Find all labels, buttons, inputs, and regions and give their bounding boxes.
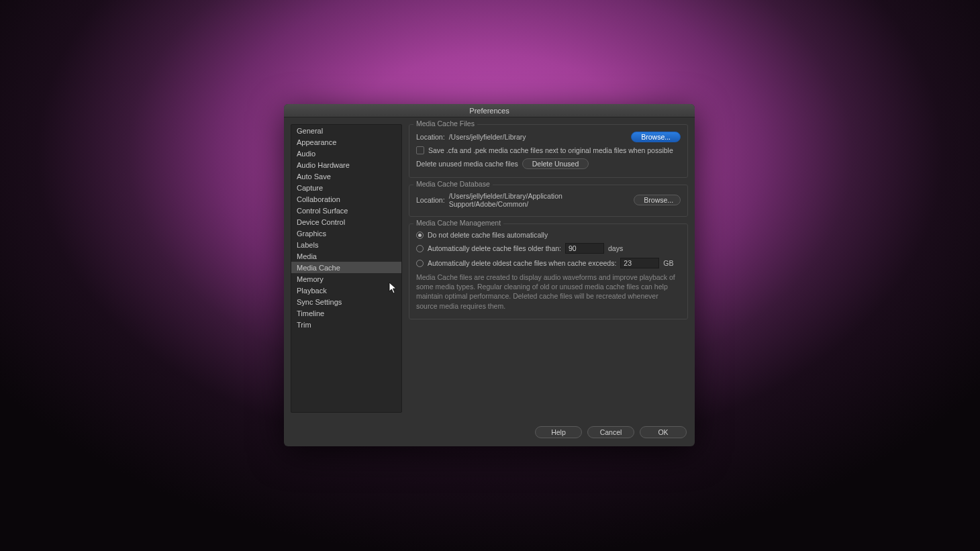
save-cfa-row: Save .cfa and .pek media cache files nex…: [416, 146, 681, 154]
delete-unused-button[interactable]: Delete Unused: [522, 158, 589, 169]
location-path: /Users/jellyfielder/Library: [449, 133, 526, 141]
dialog-title: Preferences: [284, 104, 695, 117]
unit-label: days: [608, 244, 623, 252]
mgmt-option-1: Do not delete cache files automatically: [416, 231, 681, 239]
save-cfa-label: Save .cfa and .pek media cache files nex…: [428, 146, 673, 154]
dialog-body: GeneralAppearanceAudioAudio HardwareAuto…: [284, 117, 695, 419]
sidebar-item-appearance[interactable]: Appearance: [291, 136, 401, 148]
sidebar-item-labels[interactable]: Labels: [291, 239, 401, 250]
sidebar-item-audio-hardware[interactable]: Audio Hardware: [291, 159, 401, 170]
radio-delete-exceeds[interactable]: [416, 260, 424, 267]
group-legend: Media Cache Database: [413, 180, 493, 188]
mgmt-help-text: Media Cache files are created to display…: [416, 272, 681, 311]
sidebar-item-media[interactable]: Media: [291, 250, 401, 262]
sidebar-item-sync-settings[interactable]: Sync Settings: [291, 296, 401, 307]
location-row: Location: /Users/jellyfielder/Library Br…: [416, 132, 681, 142]
media-cache-management-group: Media Cache Management Do not delete cac…: [409, 223, 688, 319]
radio-delete-older[interactable]: [416, 245, 424, 252]
sidebar-item-timeline[interactable]: Timeline: [291, 307, 401, 319]
sidebar-item-media-cache[interactable]: Media Cache: [291, 262, 401, 273]
cancel-button[interactable]: Cancel: [587, 426, 634, 438]
save-cfa-checkbox[interactable]: [416, 146, 424, 154]
unit-label: GB: [663, 259, 673, 267]
category-sidebar: GeneralAppearanceAudioAudio HardwareAuto…: [291, 124, 402, 413]
settings-panel: Media Cache Files Location: /Users/jelly…: [409, 124, 688, 413]
ok-button[interactable]: OK: [640, 426, 687, 438]
group-legend: Media Cache Management: [413, 219, 503, 227]
browse-cache-files-button[interactable]: Browse...: [631, 132, 681, 142]
sidebar-item-memory[interactable]: Memory: [291, 273, 401, 285]
gb-input[interactable]: [620, 258, 659, 268]
mgmt-option-3: Automatically delete oldest cache files …: [416, 258, 681, 268]
delete-unused-row: Delete unused media cache files Delete U…: [416, 158, 681, 169]
sidebar-item-auto-save[interactable]: Auto Save: [291, 170, 401, 182]
preferences-dialog: Preferences GeneralAppearanceAudioAudio …: [284, 104, 695, 446]
browse-cache-db-button[interactable]: Browse...: [634, 195, 681, 205]
sidebar-item-playback[interactable]: Playback: [291, 285, 401, 296]
sidebar-item-audio[interactable]: Audio: [291, 148, 401, 159]
sidebar-item-trim[interactable]: Trim: [291, 319, 401, 330]
help-button[interactable]: Help: [535, 426, 582, 438]
mgmt-option-2: Automatically delete cache files older t…: [416, 243, 681, 254]
sidebar-item-general[interactable]: General: [291, 125, 401, 136]
db-location-path: /Users/jellyfielder/Library/Application …: [449, 192, 626, 208]
db-location-row: Location: /Users/jellyfielder/Library/Ap…: [416, 192, 681, 208]
sidebar-item-graphics[interactable]: Graphics: [291, 228, 401, 239]
location-label: Location:: [416, 133, 445, 141]
radio-label: Do not delete cache files automatically: [428, 231, 548, 239]
sidebar-item-collaboration[interactable]: Collaboration: [291, 193, 401, 205]
days-input[interactable]: [565, 243, 604, 254]
sidebar-item-control-surface[interactable]: Control Surface: [291, 205, 401, 216]
dialog-footer: Help Cancel OK: [284, 419, 695, 446]
delete-unused-label: Delete unused media cache files: [416, 160, 518, 168]
radio-no-delete[interactable]: [416, 232, 424, 239]
group-legend: Media Cache Files: [413, 119, 477, 128]
radio-label: Automatically delete cache files older t…: [428, 244, 561, 252]
media-cache-database-group: Media Cache Database Location: /Users/je…: [409, 185, 688, 217]
radio-label: Automatically delete oldest cache files …: [428, 259, 616, 267]
sidebar-item-device-control[interactable]: Device Control: [291, 216, 401, 228]
location-label: Location:: [416, 196, 445, 204]
sidebar-item-capture[interactable]: Capture: [291, 182, 401, 193]
media-cache-files-group: Media Cache Files Location: /Users/jelly…: [409, 124, 688, 178]
